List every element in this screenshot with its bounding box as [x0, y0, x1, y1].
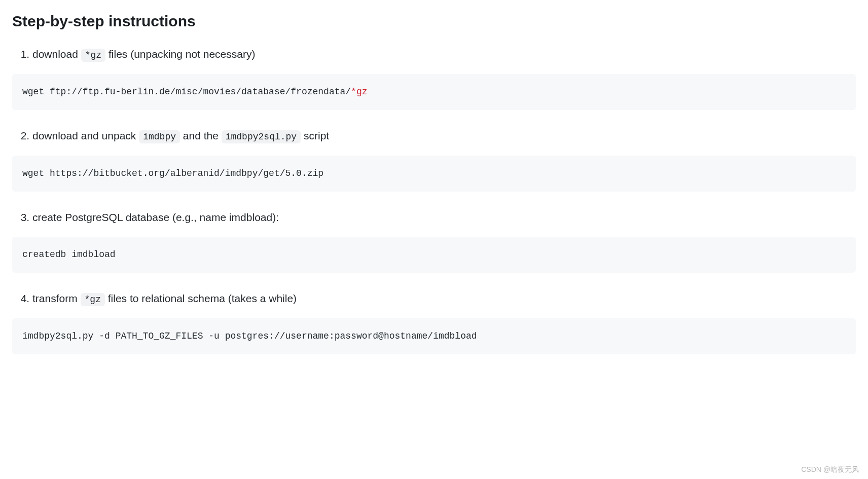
inline-code: *gz: [81, 293, 105, 306]
inline-code: imdbpy2sql.py: [222, 130, 301, 143]
step-2: download and unpack imdbpy and the imdbp…: [32, 127, 856, 144]
step-3: create PostgreSQL database (e.g., name i…: [32, 209, 856, 226]
steps-list: download and unpack imdbpy and the imdbp…: [12, 127, 856, 144]
step-2-code[interactable]: wget https://bitbucket.org/alberanid/imd…: [12, 156, 856, 192]
step-1: download *gz files (unpacking not necess…: [32, 46, 856, 63]
steps-list: transform *gz files to relational schema…: [12, 290, 856, 307]
section-heading: Step-by-step instructions: [12, 9, 856, 33]
inline-code: *gz: [81, 49, 105, 62]
step-3-code[interactable]: createdb imdbload: [12, 237, 856, 273]
step-4-text: transform *gz files to relational schema…: [32, 292, 297, 304]
step-1-code[interactable]: wget ftp://ftp.fu-berlin.de/misc/movies/…: [12, 74, 856, 110]
step-2-text: download and unpack imdbpy and the imdbp…: [32, 130, 329, 141]
step-1-text: download *gz files (unpacking not necess…: [32, 48, 255, 60]
steps-list: download *gz files (unpacking not necess…: [12, 46, 856, 63]
step-3-text: create PostgreSQL database (e.g., name i…: [32, 211, 279, 223]
step-4-code[interactable]: imdbpy2sql.py -d PATH_TO_GZ_FILES -u pos…: [12, 318, 856, 354]
inline-code: imdbpy: [139, 130, 180, 143]
steps-list: create PostgreSQL database (e.g., name i…: [12, 209, 856, 226]
step-4: transform *gz files to relational schema…: [32, 290, 856, 307]
